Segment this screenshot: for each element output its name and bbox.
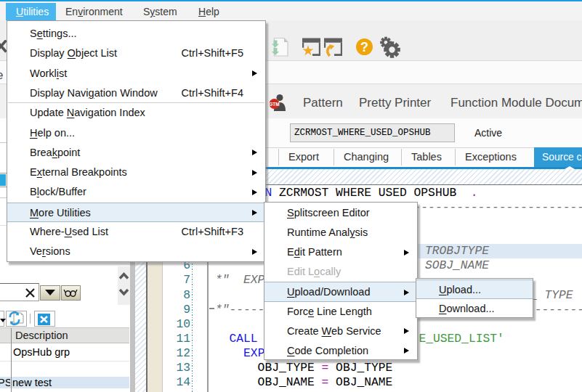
- svg-text:GTM: GTM: [269, 102, 279, 107]
- svg-text:?: ?: [360, 40, 368, 54]
